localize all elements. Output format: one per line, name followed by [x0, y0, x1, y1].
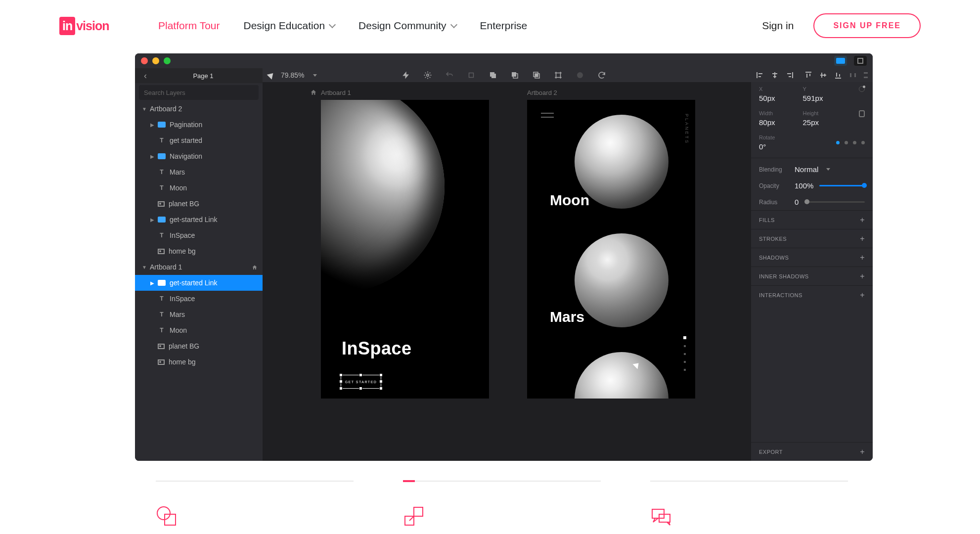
gear-icon[interactable]: [423, 71, 432, 80]
add-icon[interactable]: +: [860, 447, 865, 456]
section-inner-shadows[interactable]: INNER SHADOWS+: [751, 267, 873, 285]
align-bottom-icon[interactable]: [834, 71, 842, 79]
resize-handle[interactable]: [379, 387, 383, 390]
distribute-h-icon[interactable]: [849, 71, 857, 79]
height-value[interactable]: 25px: [803, 118, 819, 127]
refresh-icon[interactable]: [597, 71, 606, 80]
signin-link[interactable]: Sign in: [762, 20, 794, 32]
resize-handle[interactable]: [339, 387, 343, 390]
lock-aspect-icon[interactable]: [859, 110, 865, 117]
layer-item[interactable]: TInSpace: [135, 291, 263, 307]
selected-element[interactable]: GET STARTED: [341, 375, 381, 389]
boolean-union-icon[interactable]: [489, 71, 497, 80]
opacity-slider[interactable]: [819, 185, 865, 186]
layer-item-selected[interactable]: ▶get-started Link: [135, 275, 263, 291]
canvas[interactable]: Artboard 1 Artboard 2 InSpace GET STARTE…: [263, 82, 751, 461]
resize-handle[interactable]: [359, 373, 362, 377]
page-row[interactable]: ‹ Page 1: [135, 68, 263, 83]
dropdown-icon[interactable]: [826, 168, 830, 171]
layer-item[interactable]: TMars: [135, 164, 263, 180]
dot-icon[interactable]: [861, 141, 865, 144]
layer-artboard-1[interactable]: ▼ Artboard 1: [135, 259, 263, 275]
resize-handle[interactable]: [379, 373, 383, 377]
nav-platform-tour[interactable]: Platform Tour: [158, 20, 220, 32]
zoom-window-button[interactable]: [164, 57, 171, 64]
dot-icon[interactable]: [853, 141, 856, 144]
layer-item[interactable]: ▶get-started Link: [135, 212, 263, 227]
add-icon[interactable]: +: [860, 216, 865, 224]
feature-1[interactable]: [156, 481, 354, 529]
align-left-icon[interactable]: [756, 71, 764, 79]
inspace-text[interactable]: InSpace: [342, 338, 412, 359]
section-export[interactable]: EXPORT+: [751, 442, 873, 461]
signup-button[interactable]: SIGN UP FREE: [813, 13, 921, 38]
add-icon[interactable]: +: [860, 234, 865, 243]
disclosure-icon[interactable]: ▶: [150, 122, 155, 128]
opacity-value[interactable]: 100%: [795, 181, 813, 190]
back-button[interactable]: ‹: [141, 71, 150, 81]
layers-panel-toggle[interactable]: [834, 56, 847, 66]
disclosure-icon[interactable]: ▶: [150, 217, 155, 222]
resize-handle[interactable]: [379, 380, 383, 383]
dot-icon[interactable]: [836, 141, 840, 144]
artboard-2[interactable]: PLANETS Moon Mars: [527, 100, 695, 399]
layer-item[interactable]: TMars: [135, 307, 263, 322]
origin-icon[interactable]: [859, 86, 865, 92]
x-value[interactable]: 50px: [759, 94, 775, 102]
nav-enterprise[interactable]: Enterprise: [480, 20, 528, 32]
disclosure-icon[interactable]: ▶: [150, 280, 155, 286]
crop-icon[interactable]: [467, 71, 476, 80]
disclosure-icon[interactable]: ▶: [150, 154, 155, 159]
layer-item[interactable]: planet BG: [135, 196, 263, 212]
section-strokes[interactable]: STROKES+: [751, 229, 873, 248]
mask-icon[interactable]: [576, 71, 584, 80]
add-icon[interactable]: +: [860, 291, 865, 300]
disclosure-icon[interactable]: ▼: [142, 265, 147, 270]
align-right-icon[interactable]: [786, 71, 794, 79]
logo[interactable]: in vision: [59, 14, 129, 38]
artboard-1[interactable]: InSpace GET STARTED: [321, 100, 489, 399]
minimize-window-button[interactable]: [152, 57, 159, 64]
section-fills[interactable]: FILLS+: [751, 210, 873, 229]
disclosure-icon[interactable]: ▼: [142, 106, 147, 112]
align-top-icon[interactable]: [804, 71, 812, 79]
slider-knob[interactable]: [862, 183, 867, 188]
align-center-h-icon[interactable]: [771, 71, 779, 79]
close-window-button[interactable]: [141, 57, 148, 64]
slider-knob[interactable]: [804, 199, 809, 204]
zoom-dropdown-icon[interactable]: [313, 74, 317, 77]
layer-item[interactable]: TMoon: [135, 322, 263, 338]
add-icon[interactable]: +: [860, 253, 865, 262]
layer-item[interactable]: Tget started: [135, 133, 263, 148]
layer-item[interactable]: ▶Pagination: [135, 117, 263, 133]
boolean-intersect-icon[interactable]: [532, 71, 541, 80]
layer-item[interactable]: home bg: [135, 243, 263, 259]
add-icon[interactable]: +: [860, 272, 865, 281]
feature-2[interactable]: [403, 481, 601, 529]
layer-item[interactable]: TMoon: [135, 180, 263, 196]
nav-design-education[interactable]: Design Education: [244, 20, 335, 32]
zoom-value[interactable]: 79.85%: [281, 71, 304, 79]
undo-icon[interactable]: [445, 71, 454, 80]
y-value[interactable]: 591px: [803, 94, 823, 102]
dot-icon[interactable]: [845, 141, 848, 144]
feature-3[interactable]: [650, 481, 848, 529]
nav-design-community[interactable]: Design Community: [358, 20, 456, 32]
distribute-v-icon[interactable]: [862, 71, 870, 79]
layer-item[interactable]: planet BG: [135, 338, 263, 354]
search-layers-input[interactable]: Search Layers: [139, 85, 259, 100]
width-value[interactable]: 80px: [759, 118, 775, 127]
select-tool-icon[interactable]: [267, 71, 276, 80]
layer-item[interactable]: home bg: [135, 354, 263, 370]
align-center-v-icon[interactable]: [819, 71, 827, 79]
boolean-subtract-icon[interactable]: [510, 71, 519, 80]
artboard-2-label[interactable]: Artboard 2: [527, 89, 557, 96]
boolean-difference-icon[interactable]: [554, 71, 563, 80]
layer-item[interactable]: ▶Navigation: [135, 148, 263, 164]
radius-slider[interactable]: [804, 201, 865, 203]
resize-handle[interactable]: [359, 387, 362, 390]
radius-value[interactable]: 0: [795, 198, 799, 206]
resize-handle[interactable]: [339, 380, 343, 383]
artboard-1-label[interactable]: Artboard 1: [321, 89, 351, 96]
layer-item[interactable]: TInSpace: [135, 227, 263, 243]
